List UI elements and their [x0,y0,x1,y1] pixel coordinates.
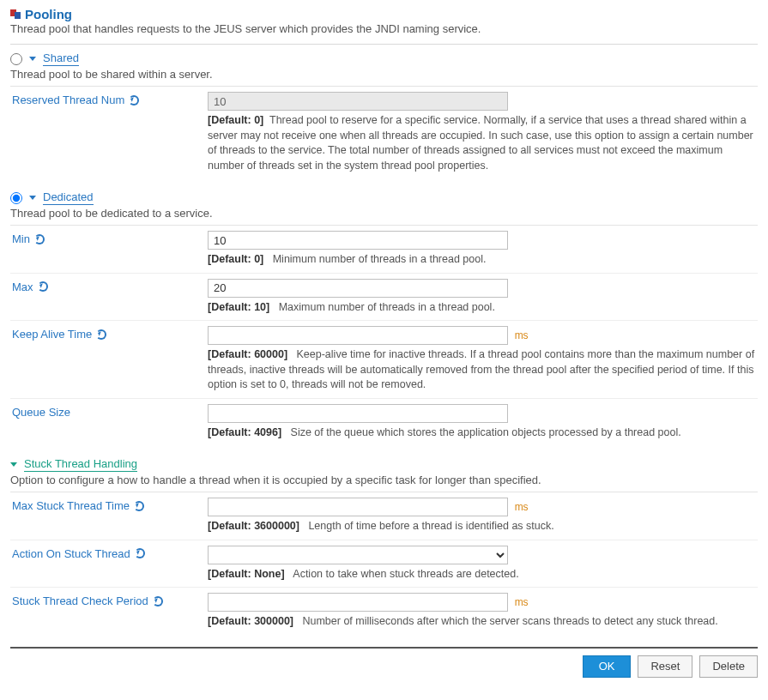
refresh-icon[interactable] [38,281,48,292]
row-reserved-thread-num: Reserved Thread Num [Default: 0] Thread … [10,86,758,178]
flag-icon [10,9,21,19]
divider [10,44,758,45]
keepalive-label-text: Keep Alive Time [12,328,92,341]
keepalive-value-cell: ms [Default: 60000] Keep-alive time for … [208,326,758,393]
check-help: [Default: 300000] Number of milliseconds… [208,614,758,630]
min-help: [Default: 0] Minimum number of threads i… [208,252,758,268]
queue-help: [Default: 4096] Size of the queue which … [208,425,758,441]
reserved-help-text: Thread pool to reserve for a specific se… [208,114,753,172]
check-help-text: Number of milliseconds after which the s… [302,615,717,627]
keepalive-unit: ms [515,329,529,341]
queue-label: Queue Size [10,404,208,419]
max-value-cell: [Default: 10] Maximum number of threads … [208,279,758,316]
action-label: Action On Stuck Thread [10,546,208,560]
action-value-cell: [Default: None] Action to take when stuc… [208,546,758,582]
reserved-input [208,92,508,111]
refresh-icon[interactable] [153,596,163,606]
check-default: [Default: 300000] [208,615,293,627]
dedicated-link[interactable]: Dedicated [43,190,94,205]
max-help: [Default: 10] Maximum number of threads … [208,300,758,316]
queue-help-text: Size of the queue which stores the appli… [291,426,681,438]
refresh-icon[interactable] [96,329,106,340]
stuck-link[interactable]: Stuck Thread Handling [24,457,137,472]
keepalive-help: [Default: 60000] Keep-alive time for ina… [208,347,758,393]
queue-value-cell: [Default: 4096] Size of the queue which … [208,404,758,441]
maxstuck-unit: ms [515,501,529,513]
max-label-text: Max [12,281,33,293]
row-action: Action On Stuck Thread [Default: None] A… [10,540,758,588]
check-label: Stuck Thread Check Period [10,593,208,607]
maxstuck-help-text: Length of time before a thread is identi… [308,520,553,532]
action-help: [Default: None] Action to take when stuc… [208,567,758,582]
delete-button[interactable]: Delete [699,655,758,678]
refresh-icon[interactable] [34,234,45,244]
caret-down-icon[interactable] [29,196,36,200]
action-help-text: Action to take when stuck threads are de… [293,568,518,580]
dedicated-radio[interactable] [10,192,22,204]
row-max: Max [Default: 10] Maximum number of thre… [10,273,758,321]
queue-label-text: Queue Size [12,406,70,419]
shared-header: Shared [10,51,758,66]
refresh-icon[interactable] [135,548,145,558]
stuck-header: Stuck Thread Handling [10,457,758,472]
keepalive-default: [Default: 60000] [208,348,287,360]
page-desc: Thread pool that handles requests to the… [10,22,758,35]
row-keepalive: Keep Alive Time ms [Default: 60000] Keep… [10,320,758,398]
shared-link[interactable]: Shared [43,51,79,66]
dedicated-desc: Thread pool to be dedicated to a service… [10,207,758,220]
max-input[interactable] [208,279,508,298]
refresh-icon[interactable] [134,501,144,511]
reserved-default: [Default: 0] [208,114,263,126]
row-queue: Queue Size [Default: 4096] Size of the q… [10,398,758,446]
footer-divider [10,647,758,649]
action-label-text: Action On Stuck Thread [12,547,130,560]
queue-input[interactable] [208,404,508,423]
queue-default: [Default: 4096] [208,426,281,438]
maxstuck-default: [Default: 3600000] [208,520,299,532]
action-select[interactable] [208,546,508,564]
keepalive-label: Keep Alive Time [10,326,208,341]
maxstuck-value-cell: ms [Default: 3600000] Length of time bef… [208,498,758,534]
page-title: Pooling [25,7,72,21]
caret-down-icon[interactable] [10,462,17,467]
row-maxstuck: Max Stuck Thread Time ms [Default: 36000… [10,492,758,540]
ok-button[interactable]: OK [583,655,632,678]
section-header: Pooling [10,7,758,21]
reset-button[interactable]: Reset [638,655,692,678]
row-check: Stuck Thread Check Period ms [Default: 3… [10,587,758,635]
reserved-value-cell: [Default: 0] Thread pool to reserve for … [208,92,758,173]
min-help-text: Minimum number of threads in a thread po… [273,253,487,265]
min-label-text: Min [12,232,30,245]
row-min: Min [Default: 0] Minimum number of threa… [10,225,758,273]
dedicated-header: Dedicated [10,190,758,205]
check-label-text: Stuck Thread Check Period [12,594,148,607]
reserved-label-text: Reserved Thread Num [12,94,124,106]
maxstuck-label-text: Max Stuck Thread Time [12,499,130,512]
action-default: [Default: None] [208,568,285,580]
min-label: Min [10,231,208,245]
maxstuck-input[interactable] [208,498,508,516]
min-input[interactable] [208,231,508,250]
max-default: [Default: 10] [208,301,269,313]
keepalive-input[interactable] [208,326,508,345]
maxstuck-help: [Default: 3600000] Length of time before… [208,519,758,534]
shared-radio[interactable] [10,53,22,65]
check-value-cell: ms [Default: 300000] Number of milliseco… [208,593,758,630]
max-label: Max [10,279,208,293]
min-default: [Default: 0] [208,253,263,265]
reserved-label: Reserved Thread Num [10,92,208,106]
button-row: OK Reset Delete [10,655,758,678]
refresh-icon[interactable] [129,95,139,106]
maxstuck-label: Max Stuck Thread Time [10,498,208,512]
stuck-desc: Option to configure a how to handle a th… [10,474,758,486]
keepalive-help-text: Keep-alive time for inactive threads. If… [208,348,754,390]
check-input[interactable] [208,593,508,612]
caret-down-icon[interactable] [29,57,36,61]
min-value-cell: [Default: 0] Minimum number of threads i… [208,231,758,268]
check-unit: ms [515,596,529,608]
max-help-text: Maximum number of threads in a thread po… [279,301,495,313]
reserved-help: [Default: 0] Thread pool to reserve for … [208,113,758,173]
shared-desc: Thread pool to be shared within a server… [10,68,758,81]
